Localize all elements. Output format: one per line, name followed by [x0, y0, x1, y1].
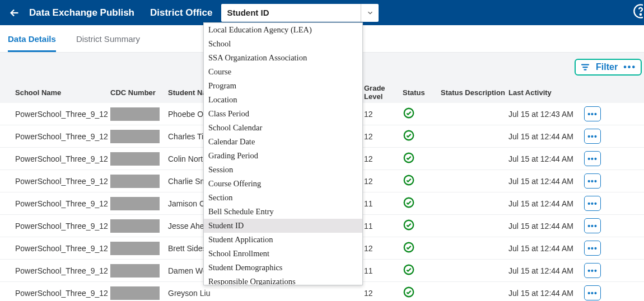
col-school-name: School Name [15, 88, 110, 97]
col-grade-level: Grade Level [364, 84, 403, 101]
check-circle-icon [403, 196, 415, 209]
row-actions-button[interactable]: ••• [584, 263, 601, 278]
dropdown-item[interactable]: Course Offering [204, 177, 362, 191]
check-circle-icon [403, 286, 415, 298]
dropdown-item[interactable]: Course [204, 65, 362, 79]
context-label: District Office [150, 7, 212, 18]
cell-cdc [110, 197, 168, 210]
tab-label: Data Details [8, 34, 56, 44]
row-actions-button[interactable]: ••• [584, 196, 601, 211]
cell-last-activity: Jul 15 at 12:44 AM [508, 199, 584, 208]
dropdown-item[interactable]: Calendar Date [204, 135, 362, 149]
dropdown-item[interactable]: Program [204, 79, 362, 93]
cell-status [403, 174, 441, 188]
redacted-block [110, 219, 160, 233]
dropdown-item[interactable]: Grading Period [204, 149, 362, 163]
check-circle-icon [403, 129, 415, 142]
cell-status [403, 196, 441, 210]
tab-data-details[interactable]: Data Details [8, 25, 56, 52]
category-dropdown[interactable]: Local Education Agency (LEA)SchoolSSA Or… [203, 22, 363, 285]
dropdown-item[interactable]: Student Application [204, 233, 362, 247]
tab-label: District Summary [76, 34, 140, 44]
check-circle-icon [403, 174, 415, 186]
dropdown-item[interactable]: Session [204, 163, 362, 177]
cell-grade: 12 [364, 289, 403, 298]
dropdown-item[interactable]: Class Period [204, 107, 362, 121]
cell-status [403, 152, 441, 166]
dropdown-item[interactable]: Responsible Organizations [204, 275, 362, 285]
redacted-block [110, 242, 160, 255]
row-actions-button[interactable]: ••• [584, 241, 601, 256]
more-icon[interactable]: ••• [623, 62, 636, 72]
check-circle-icon [403, 264, 415, 276]
cell-school: PowerSchool_Three_9_12 [15, 222, 110, 231]
cell-grade: 12 [364, 154, 403, 163]
dropdown-item[interactable]: Local Education Agency (LEA) [204, 23, 362, 37]
cell-status [403, 129, 441, 143]
page-title: Data Exchange Publish [29, 7, 134, 18]
redacted-block [110, 152, 160, 166]
dropdown-item[interactable]: School Calendar [204, 121, 362, 135]
check-circle-icon [403, 241, 415, 253]
cell-grade: 12 [364, 177, 403, 186]
cell-school: PowerSchool_Three_9_12 [15, 132, 110, 141]
cell-school: PowerSchool_Three_9_12 [15, 154, 110, 163]
check-circle-icon [403, 219, 415, 231]
dropdown-item[interactable]: Student ID [204, 219, 362, 233]
dropdown-item[interactable]: Location [204, 93, 362, 107]
row-actions-button[interactable]: ••• [584, 151, 601, 166]
filter-button[interactable]: Filter ••• [575, 59, 642, 76]
cell-last-activity: Jul 15 at 12:44 AM [508, 266, 584, 275]
cell-cdc [110, 219, 168, 233]
breadcrumb: Data Exchange Publish District Office [29, 7, 212, 18]
help-icon[interactable] [633, 3, 643, 19]
row-actions-button[interactable]: ••• [584, 106, 601, 121]
top-bar: Data Exchange Publish District Office St… [0, 0, 644, 25]
dropdown-item[interactable]: Bell Schedule Entry [204, 205, 362, 219]
cell-grade: 12 [364, 244, 403, 253]
redacted-block [110, 130, 160, 143]
back-button[interactable] [7, 5, 22, 21]
col-cdc-number: CDC Number [110, 88, 168, 97]
row-actions-button[interactable]: ••• [584, 129, 601, 144]
svg-point-1 [640, 14, 641, 15]
cell-school: PowerSchool_Three_9_12 [15, 177, 110, 186]
cell-student: Greyson Liu [168, 289, 364, 298]
category-select[interactable]: Student ID [221, 4, 379, 22]
cell-status [403, 286, 441, 300]
redacted-block [110, 175, 160, 188]
cell-grade: 11 [364, 266, 403, 275]
row-actions-button[interactable]: ••• [584, 218, 601, 233]
dropdown-item[interactable]: School Enrollment [204, 247, 362, 261]
cell-last-activity: Jul 15 at 12:44 AM [508, 132, 584, 141]
cell-school: PowerSchool_Three_9_12 [15, 110, 110, 119]
cell-school: PowerSchool_Three_9_12 [15, 244, 110, 253]
redacted-block [110, 197, 160, 210]
chevron-down-icon[interactable] [361, 4, 379, 22]
row-actions-button[interactable]: ••• [584, 173, 601, 189]
cell-last-activity: Jul 15 at 12:43 AM [508, 110, 584, 119]
cell-cdc [110, 107, 168, 121]
cell-status [403, 264, 441, 278]
row-actions-button[interactable]: ••• [584, 285, 601, 300]
tab-district-summary[interactable]: District Summary [76, 25, 140, 52]
check-circle-icon [403, 152, 415, 164]
cell-school: PowerSchool_Three_9_12 [15, 266, 110, 275]
cell-status [403, 219, 441, 233]
dropdown-item[interactable]: Student Demographics [204, 261, 362, 275]
dropdown-item[interactable]: SSA Organization Association [204, 51, 362, 65]
redacted-block [110, 286, 160, 300]
cell-cdc [110, 175, 168, 188]
filter-icon [580, 62, 590, 72]
cell-cdc [110, 264, 168, 278]
cell-status [403, 107, 441, 121]
dropdown-item[interactable]: Section [204, 191, 362, 205]
cell-school: PowerSchool_Three_9_12 [15, 289, 110, 298]
dropdown-item[interactable]: School [204, 37, 362, 51]
cell-last-activity: Jul 15 at 12:44 AM [508, 244, 584, 253]
cell-last-activity: Jul 15 at 12:44 AM [508, 289, 584, 298]
col-status-desc: Status Description [441, 88, 508, 97]
col-last-activity: Last Activity [508, 88, 584, 97]
cell-grade: 12 [364, 110, 403, 119]
filter-label: Filter [596, 62, 618, 72]
